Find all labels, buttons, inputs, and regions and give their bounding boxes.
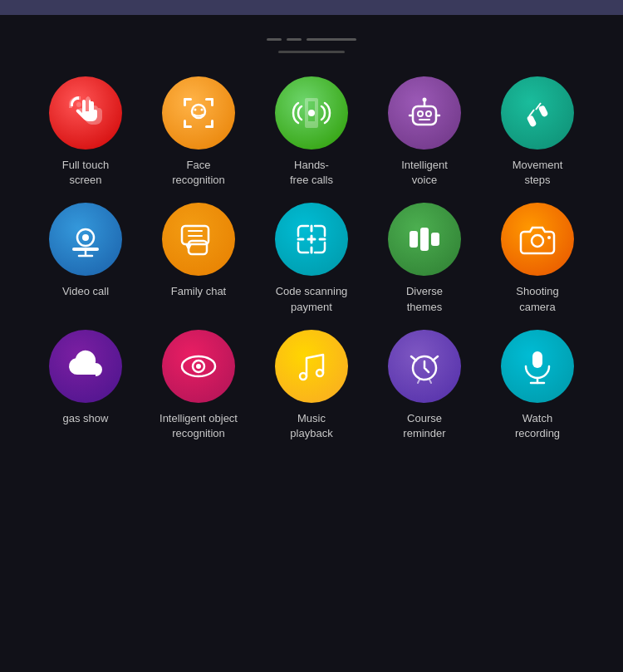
svg-rect-8 [211, 120, 213, 128]
feature-item-code-scanning-payment: Code scanning payment [266, 203, 357, 314]
feature-label: Course reminder [403, 411, 445, 441]
music-icon [275, 330, 348, 403]
chat-icon [162, 203, 235, 276]
svg-rect-31 [420, 228, 429, 251]
feature-label: Full touch screen [62, 158, 109, 188]
themes-icon [388, 203, 461, 276]
feature-item-intelligent-voice: Intelligent voice [379, 76, 470, 188]
svg-point-38 [300, 373, 307, 380]
svg-point-33 [532, 235, 543, 247]
svg-rect-6 [184, 120, 186, 128]
qr-icon [275, 203, 348, 276]
feature-item-face-recognition: Face recognition [153, 76, 244, 188]
feature-item-diverse-themes: Diverse themes [379, 203, 470, 314]
feature-item-video-call: Video call [40, 203, 131, 314]
svg-rect-2 [184, 98, 186, 106]
feature-item-course-reminder: Course reminder [379, 330, 470, 441]
feature-item-music-playback: Music playback [266, 330, 357, 441]
feature-label: Video call [62, 284, 109, 299]
feature-label: Face recognition [172, 158, 225, 188]
svg-rect-32 [431, 233, 439, 246]
svg-rect-22 [72, 248, 99, 251]
deco-line [267, 38, 282, 41]
svg-rect-41 [532, 351, 542, 368]
phone-icon [275, 76, 348, 150]
mic-icon [501, 330, 574, 403]
svg-point-34 [547, 236, 551, 239]
feature-label: Shooting camera [516, 284, 558, 314]
cloud-icon [49, 330, 122, 403]
feature-item-hands-free-calls: Hands- free calls [266, 76, 357, 188]
main-container: Full touch screenFace recognitionHands- … [0, 15, 623, 458]
deco-line [278, 51, 345, 53]
feature-item-movement-steps: Movement steps [492, 76, 583, 188]
feature-item-full-touch-screen: Full touch screen [40, 76, 131, 188]
svg-point-14 [418, 111, 423, 116]
feature-label: Family chat [171, 284, 226, 299]
feature-label: Intelligent object recognition [159, 411, 238, 441]
svg-point-17 [423, 98, 427, 102]
svg-point-12 [308, 110, 315, 116]
feature-item-watch-recording: Watch recording [492, 330, 583, 441]
svg-point-39 [316, 370, 323, 376]
features-grid: Full touch screenFace recognitionHands- … [33, 76, 590, 441]
deco-line [307, 38, 356, 41]
decorative-lines-bottom [33, 51, 590, 53]
svg-point-0 [76, 102, 81, 107]
robot-icon [388, 76, 461, 150]
feature-label: Intelligent voice [401, 158, 448, 188]
feature-item-family-chat: Family chat [153, 203, 244, 314]
camera-icon [501, 203, 574, 276]
eye-icon [162, 330, 235, 403]
feature-label: Movement steps [513, 158, 563, 188]
alarm-icon [388, 330, 461, 403]
svg-point-11 [201, 109, 204, 111]
svg-rect-30 [410, 231, 418, 248]
feature-label: gas show [63, 411, 109, 426]
feature-label: Code scanning payment [276, 284, 348, 314]
feature-label: Hands- free calls [290, 158, 333, 188]
deco-line [287, 38, 302, 41]
decorative-lines-top [33, 38, 590, 41]
touch-icon [49, 76, 122, 150]
feature-item-intelligent-object-recognition: Intelligent object recognition [153, 330, 244, 441]
feature-item-gas-show: gas show [40, 330, 131, 441]
feature-label: Music playback [290, 411, 332, 441]
svg-point-15 [426, 111, 431, 116]
svg-rect-4 [211, 98, 213, 106]
svg-point-37 [196, 364, 201, 369]
feature-label: Watch recording [515, 411, 560, 441]
feature-item-shooting-camera: Shooting camera [492, 203, 583, 314]
svg-point-21 [82, 234, 89, 241]
webcam-icon [49, 203, 122, 276]
top-bar [0, 0, 623, 15]
steps-icon [501, 76, 574, 150]
svg-point-10 [194, 109, 197, 111]
svg-rect-13 [413, 106, 436, 125]
face-icon [162, 76, 235, 150]
svg-rect-27 [189, 241, 207, 254]
feature-label: Diverse themes [406, 284, 443, 314]
